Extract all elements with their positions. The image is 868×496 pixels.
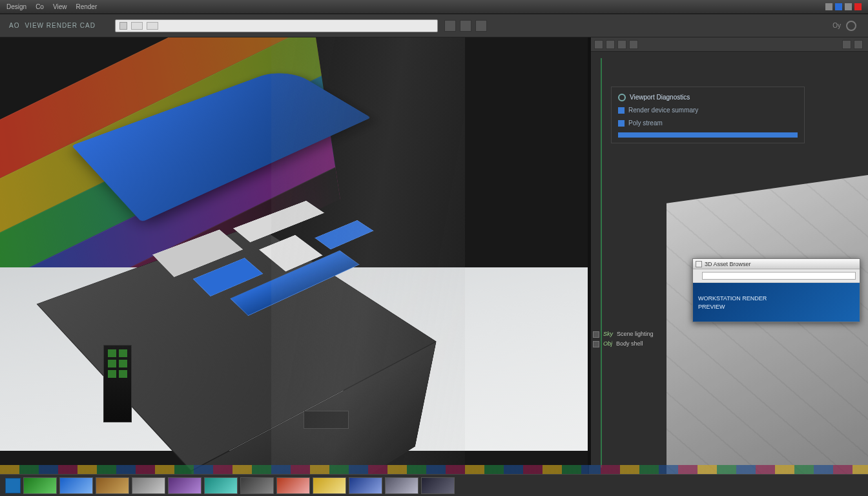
toolbar-right: Oy <box>832 21 868 31</box>
taskbar <box>0 474 868 496</box>
refresh-icon[interactable] <box>846 21 856 31</box>
menu-item[interactable]: Design <box>6 3 26 10</box>
tray-icon[interactable] <box>835 3 842 10</box>
system-tray <box>825 3 862 10</box>
color-strip <box>0 465 868 474</box>
right-toolbar <box>589 37 868 52</box>
diagnostics-panel: Viewport Diagnostics Render device summa… <box>611 87 805 143</box>
panel-row-label: Poly stream <box>628 118 663 129</box>
tray-icon[interactable] <box>845 3 852 10</box>
task-thumbnail[interactable] <box>23 477 57 494</box>
task-thumbnail[interactable] <box>349 477 382 494</box>
progress-bar <box>618 132 798 138</box>
menu-item[interactable]: Co <box>36 3 44 10</box>
tool-button[interactable] <box>460 20 471 32</box>
panel-title: Viewport Diagnostics <box>630 92 690 103</box>
dialog-address-field[interactable] <box>702 272 856 280</box>
ring-icon <box>618 94 626 101</box>
label-chip-icon <box>593 331 599 338</box>
tool-button[interactable] <box>444 20 456 32</box>
panel-tool-icon[interactable] <box>594 40 603 49</box>
start-button[interactable] <box>5 478 21 493</box>
right-body: Viewport Diagnostics Render device summa… <box>589 52 868 474</box>
brand-mark: AO <box>9 22 19 29</box>
pane-divider[interactable] <box>589 37 591 465</box>
task-thumbnail[interactable] <box>240 477 274 494</box>
viewport-3d[interactable] <box>0 37 589 474</box>
task-thumbnail[interactable] <box>96 477 129 494</box>
toolbar-buttons <box>444 20 487 32</box>
address-bar[interactable] <box>115 19 438 32</box>
menu-item[interactable]: View <box>53 3 67 10</box>
secondary-scene <box>666 171 868 474</box>
label-tag: Obj <box>603 339 612 349</box>
menu-item[interactable]: Render <box>76 3 97 10</box>
label-tag: Sky <box>603 329 613 339</box>
panel-tool-icon[interactable] <box>842 40 851 49</box>
right-column: Viewport Diagnostics Render device summa… <box>589 37 868 474</box>
tray-icon[interactable] <box>825 3 832 10</box>
task-thumbnail[interactable] <box>132 477 165 494</box>
dialog-banner: WORKSTATION RENDER PREVIEW <box>693 283 860 322</box>
banner-line: PREVIEW <box>698 304 854 310</box>
banner-line: WORKSTATION RENDER <box>698 295 854 302</box>
color-swatch <box>618 107 625 114</box>
label-chip-icon <box>593 341 599 347</box>
os-title-bar: Design Co View Render <box>0 0 868 14</box>
app-toolbar: AO VIEW RENDER CAD Oy <box>0 14 868 37</box>
panel-tool-icon[interactable] <box>629 40 638 49</box>
task-thumbnail[interactable] <box>421 477 455 494</box>
file-icon <box>119 22 127 30</box>
brand-block: AO VIEW RENDER CAD <box>0 22 110 29</box>
addr-chip <box>147 22 158 30</box>
task-thumbnail[interactable] <box>168 477 202 494</box>
panel-tool-icon[interactable] <box>617 40 626 49</box>
task-thumbnail[interactable] <box>59 477 93 494</box>
chassis-badge <box>304 411 349 429</box>
task-thumbnail[interactable] <box>276 477 310 494</box>
panel-tool-icon[interactable] <box>606 40 615 49</box>
panel-tool-icon[interactable] <box>854 40 863 49</box>
window-control-icon[interactable] <box>696 261 702 267</box>
dialog-titlebar[interactable]: 3D Asset Browser <box>693 259 860 269</box>
task-thumbnail[interactable] <box>313 477 346 494</box>
tool-button[interactable] <box>475 20 487 32</box>
color-swatch <box>618 120 625 127</box>
mode-badge: Oy <box>832 22 841 29</box>
label-text: Body shell <box>616 339 643 349</box>
panel-row-label: Render device summary <box>628 105 698 116</box>
dialog-title: 3D Asset Browser <box>705 261 751 267</box>
scene-labels: Sky Scene lighting Obj Body shell <box>593 329 696 349</box>
asset-browser-dialog[interactable]: 3D Asset Browser WORKSTATION RENDER PREV… <box>692 258 860 322</box>
front-panel-leds <box>103 345 132 422</box>
axis-guide <box>601 58 602 468</box>
task-thumbnail[interactable] <box>385 477 418 494</box>
task-thumbnail[interactable] <box>204 477 238 494</box>
brand-subtitle: VIEW RENDER CAD <box>25 22 95 29</box>
workspace: Viewport Diagnostics Render device summa… <box>0 37 868 474</box>
addr-chip <box>131 22 143 30</box>
component-blue <box>315 220 373 250</box>
tray-close-icon[interactable] <box>854 3 862 10</box>
label-text: Scene lighting <box>617 329 654 339</box>
